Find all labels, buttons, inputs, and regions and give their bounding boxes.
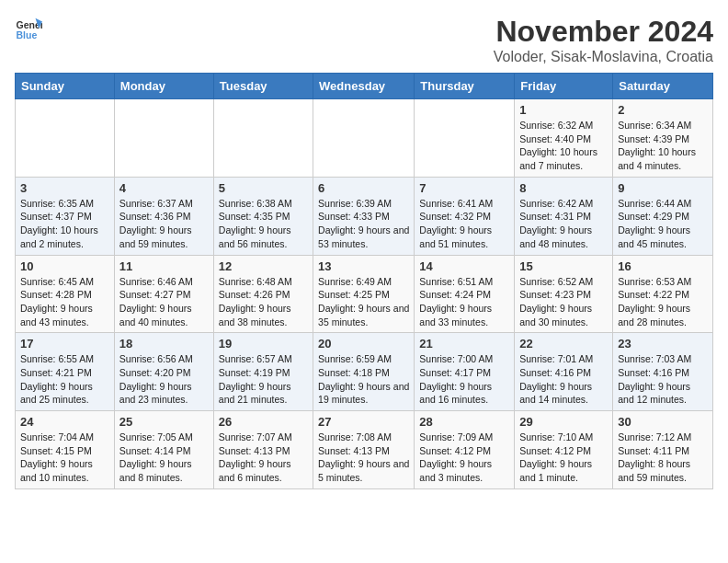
day-cell: 12Sunrise: 6:48 AM Sunset: 4:26 PM Dayli… (213, 255, 313, 333)
day-cell: 25Sunrise: 7:05 AM Sunset: 4:14 PM Dayli… (114, 411, 213, 489)
week-row-4: 24Sunrise: 7:04 AM Sunset: 4:15 PM Dayli… (16, 411, 713, 489)
day-cell (16, 99, 115, 178)
day-cell: 8Sunrise: 6:42 AM Sunset: 4:31 PM Daylig… (515, 177, 613, 255)
header-cell-monday: Monday (114, 74, 213, 99)
header-cell-friday: Friday (515, 74, 613, 99)
day-cell: 27Sunrise: 7:08 AM Sunset: 4:13 PM Dayli… (313, 411, 415, 489)
header-cell-saturday: Saturday (613, 74, 713, 99)
logo-icon: General Blue (15, 15, 42, 42)
day-cell: 1Sunrise: 6:32 AM Sunset: 4:40 PM Daylig… (515, 99, 613, 178)
day-info: Sunrise: 7:01 AM Sunset: 4:16 PM Dayligh… (519, 352, 608, 407)
day-cell: 15Sunrise: 6:52 AM Sunset: 4:23 PM Dayli… (515, 255, 613, 333)
day-number: 23 (618, 337, 708, 350)
day-cell: 16Sunrise: 6:53 AM Sunset: 4:22 PM Dayli… (613, 255, 713, 333)
day-cell: 19Sunrise: 6:57 AM Sunset: 4:19 PM Dayli… (213, 333, 313, 411)
day-info: Sunrise: 6:35 AM Sunset: 4:37 PM Dayligh… (20, 197, 109, 251)
day-info: Sunrise: 7:09 AM Sunset: 4:12 PM Dayligh… (419, 431, 509, 485)
day-number: 10 (20, 259, 109, 273)
header-cell-wednesday: Wednesday (313, 74, 415, 99)
day-number: 16 (618, 259, 708, 273)
day-info: Sunrise: 6:34 AM Sunset: 4:39 PM Dayligh… (618, 119, 708, 173)
day-cell (213, 99, 313, 178)
day-number: 20 (318, 337, 409, 350)
header: General Blue November 2024 Voloder, Sisa… (15, 15, 713, 65)
day-info: Sunrise: 6:32 AM Sunset: 4:40 PM Dayligh… (519, 119, 608, 173)
day-number: 17 (20, 337, 109, 350)
week-row-1: 3Sunrise: 6:35 AM Sunset: 4:37 PM Daylig… (16, 177, 713, 255)
day-cell: 29Sunrise: 7:10 AM Sunset: 4:12 PM Dayli… (515, 411, 613, 489)
day-cell: 4Sunrise: 6:37 AM Sunset: 4:36 PM Daylig… (114, 177, 213, 255)
day-info: Sunrise: 7:10 AM Sunset: 4:12 PM Dayligh… (519, 431, 608, 485)
week-row-3: 17Sunrise: 6:55 AM Sunset: 4:21 PM Dayli… (16, 333, 713, 411)
header-cell-tuesday: Tuesday (213, 74, 313, 99)
day-cell: 9Sunrise: 6:44 AM Sunset: 4:29 PM Daylig… (613, 177, 713, 255)
day-cell: 11Sunrise: 6:46 AM Sunset: 4:27 PM Dayli… (114, 255, 213, 333)
day-cell (313, 99, 415, 178)
day-number: 11 (119, 259, 209, 273)
day-number: 27 (318, 415, 409, 429)
day-info: Sunrise: 6:44 AM Sunset: 4:29 PM Dayligh… (618, 197, 708, 251)
day-number: 13 (318, 259, 409, 273)
day-info: Sunrise: 6:52 AM Sunset: 4:23 PM Dayligh… (519, 275, 608, 329)
day-number: 8 (519, 181, 608, 195)
day-number: 24 (20, 415, 109, 429)
day-number: 28 (419, 415, 509, 429)
day-info: Sunrise: 7:07 AM Sunset: 4:13 PM Dayligh… (219, 431, 308, 485)
day-info: Sunrise: 6:49 AM Sunset: 4:25 PM Dayligh… (318, 275, 409, 329)
day-cell (114, 99, 213, 178)
day-info: Sunrise: 6:51 AM Sunset: 4:24 PM Dayligh… (419, 275, 509, 329)
day-cell: 18Sunrise: 6:56 AM Sunset: 4:20 PM Dayli… (114, 333, 213, 411)
day-cell: 10Sunrise: 6:45 AM Sunset: 4:28 PM Dayli… (16, 255, 115, 333)
day-number: 9 (618, 181, 708, 195)
day-info: Sunrise: 6:46 AM Sunset: 4:27 PM Dayligh… (119, 275, 209, 329)
day-info: Sunrise: 7:12 AM Sunset: 4:11 PM Dayligh… (618, 431, 708, 485)
day-number: 4 (119, 181, 209, 195)
day-info: Sunrise: 6:48 AM Sunset: 4:26 PM Dayligh… (219, 275, 308, 329)
day-cell: 2Sunrise: 6:34 AM Sunset: 4:39 PM Daylig… (613, 99, 713, 178)
day-cell (415, 99, 515, 178)
day-number: 2 (618, 103, 708, 117)
week-row-0: 1Sunrise: 6:32 AM Sunset: 4:40 PM Daylig… (16, 99, 713, 178)
calendar-table: SundayMondayTuesdayWednesdayThursdayFrid… (15, 73, 713, 489)
day-number: 29 (519, 415, 608, 429)
day-number: 22 (519, 337, 608, 350)
day-number: 21 (419, 337, 509, 350)
day-cell: 7Sunrise: 6:41 AM Sunset: 4:32 PM Daylig… (415, 177, 515, 255)
day-number: 6 (318, 181, 409, 195)
title-area: November 2024 Voloder, Sisak-Moslavina, … (494, 15, 713, 65)
day-number: 19 (219, 337, 308, 350)
day-cell: 23Sunrise: 7:03 AM Sunset: 4:16 PM Dayli… (613, 333, 713, 411)
day-info: Sunrise: 6:57 AM Sunset: 4:19 PM Dayligh… (219, 352, 308, 407)
day-info: Sunrise: 7:04 AM Sunset: 4:15 PM Dayligh… (20, 431, 109, 485)
month-title: November 2024 (494, 15, 713, 49)
day-number: 7 (419, 181, 509, 195)
svg-text:Blue: Blue (17, 29, 38, 40)
week-row-2: 10Sunrise: 6:45 AM Sunset: 4:28 PM Dayli… (16, 255, 713, 333)
day-info: Sunrise: 6:59 AM Sunset: 4:18 PM Dayligh… (318, 352, 409, 407)
day-info: Sunrise: 7:05 AM Sunset: 4:14 PM Dayligh… (119, 431, 209, 485)
day-cell: 24Sunrise: 7:04 AM Sunset: 4:15 PM Dayli… (16, 411, 115, 489)
day-info: Sunrise: 6:37 AM Sunset: 4:36 PM Dayligh… (119, 197, 209, 251)
calendar-header-row: SundayMondayTuesdayWednesdayThursdayFrid… (16, 74, 713, 99)
calendar-body: 1Sunrise: 6:32 AM Sunset: 4:40 PM Daylig… (16, 99, 713, 489)
day-info: Sunrise: 6:38 AM Sunset: 4:35 PM Dayligh… (219, 197, 308, 251)
day-number: 5 (219, 181, 308, 195)
day-cell: 28Sunrise: 7:09 AM Sunset: 4:12 PM Dayli… (415, 411, 515, 489)
day-cell: 14Sunrise: 6:51 AM Sunset: 4:24 PM Dayli… (415, 255, 515, 333)
day-info: Sunrise: 6:53 AM Sunset: 4:22 PM Dayligh… (618, 275, 708, 329)
day-info: Sunrise: 6:39 AM Sunset: 4:33 PM Dayligh… (318, 197, 409, 251)
day-cell: 13Sunrise: 6:49 AM Sunset: 4:25 PM Dayli… (313, 255, 415, 333)
day-cell: 5Sunrise: 6:38 AM Sunset: 4:35 PM Daylig… (213, 177, 313, 255)
day-cell: 26Sunrise: 7:07 AM Sunset: 4:13 PM Dayli… (213, 411, 313, 489)
day-cell: 3Sunrise: 6:35 AM Sunset: 4:37 PM Daylig… (16, 177, 115, 255)
day-number: 26 (219, 415, 308, 429)
day-info: Sunrise: 6:55 AM Sunset: 4:21 PM Dayligh… (20, 352, 109, 407)
day-info: Sunrise: 6:42 AM Sunset: 4:31 PM Dayligh… (519, 197, 608, 251)
day-info: Sunrise: 7:00 AM Sunset: 4:17 PM Dayligh… (419, 352, 509, 407)
day-info: Sunrise: 6:41 AM Sunset: 4:32 PM Dayligh… (419, 197, 509, 251)
day-number: 15 (519, 259, 608, 273)
day-cell: 30Sunrise: 7:12 AM Sunset: 4:11 PM Dayli… (613, 411, 713, 489)
day-cell: 20Sunrise: 6:59 AM Sunset: 4:18 PM Dayli… (313, 333, 415, 411)
day-info: Sunrise: 7:08 AM Sunset: 4:13 PM Dayligh… (318, 431, 409, 485)
day-number: 30 (618, 415, 708, 429)
